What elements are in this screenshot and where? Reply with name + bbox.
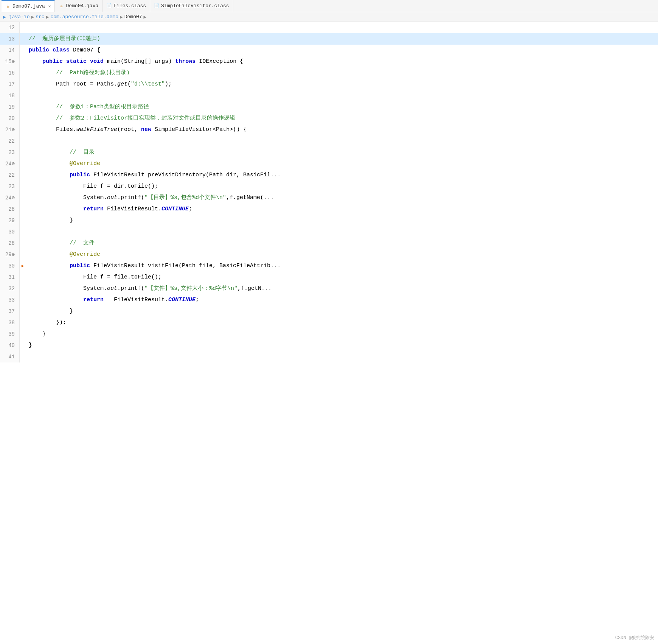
gutter-30b: ▶ (20, 260, 26, 272)
tab-demo07-close[interactable]: ✕ (48, 4, 51, 9)
code-line-30: 30 (0, 226, 658, 238)
line-num-24b: 24⊖ (0, 192, 20, 204)
line-content-38: }); (26, 317, 658, 328)
line-content-31: File f = file.toFile(); (26, 272, 658, 283)
breadcrumb-java-io[interactable]: java-io (9, 14, 30, 20)
comment-20: // 参数2：FileVisitor接口实现类，封装对文件或目录的操作逻辑 (56, 115, 235, 121)
line-num-17: 17 (0, 79, 20, 90)
line-content-14: public class Demo07 { (26, 45, 658, 56)
breadcrumb-sep-3: ▶ (120, 14, 123, 20)
line-num-30b: 30 (0, 260, 20, 272)
line-num-22b: 22 (0, 170, 20, 181)
kw-return-28: return (83, 206, 104, 212)
line-content-24b: System.out.printf("【目录】%s,包含%d个文件\n",f.g… (26, 192, 658, 204)
breadcrumb-sep-1: ▶ (31, 14, 34, 20)
line-content-23b: File f = dir.toFile(); (26, 181, 658, 192)
line-num-32: 32 (0, 283, 20, 294)
code-line-29: 29 } (0, 215, 658, 226)
kw-public-15: public (42, 58, 63, 65)
line-content-30b: public FileVisitResult visitFile(Path fi… (26, 260, 658, 272)
line-num-30: 30 (0, 226, 20, 238)
breadcrumb-demo07[interactable]: Demo07 (124, 14, 142, 20)
comment-19: // 参数1：Path类型的根目录路径 (56, 104, 149, 110)
annotation-24: @Override (70, 160, 100, 167)
tab-bar: ☕ Demo07.java ✕ ☕ Demo04.java 📄 Files.cl… (0, 0, 658, 12)
code-line-14: 14 public class Demo07 { (0, 45, 658, 56)
line-num-23: 23 (0, 147, 20, 158)
code-area[interactable]: 12 13 // 遍历多层目录(非递归) 14 public class Dem… (0, 22, 658, 644)
line-content-29: } (26, 215, 658, 226)
line-num-24: 24⊖ (0, 158, 20, 170)
kw-static-15: static (66, 58, 87, 65)
line-content-15: public static void main(String[] args) t… (26, 56, 658, 67)
breadcrumb-src[interactable]: src (36, 14, 44, 20)
line-num-20: 20 (0, 113, 20, 124)
line-content-24: @Override (26, 158, 658, 170)
class-icon-1: 📄 (106, 3, 112, 9)
code-line-20: 20 // 参数2：FileVisitor接口实现类，封装对文件或目录的操作逻辑 (0, 113, 658, 124)
line-num-12: 12 (0, 22, 20, 33)
tab-files[interactable]: 📄 Files.class (102, 0, 150, 12)
code-line-24b: 24⊖ System.out.printf("【目录】%s,包含%d个文件\n"… (0, 192, 658, 204)
line-num-38: 38 (0, 317, 20, 328)
code-line-21: 21⊖ Files.walkFileTree(root, new SimpleF… (0, 124, 658, 135)
line-num-18: 18 (0, 90, 20, 101)
method-get-17: get (117, 81, 127, 87)
line-num-28b: 28 (0, 238, 20, 249)
const-continue-33: CONTINUE (168, 297, 196, 303)
annotation-29b: @Override (70, 251, 100, 258)
code-line-31: 31 File f = file.toFile(); (0, 272, 658, 283)
code-line-22b: 22 public FileVisitResult preVisitDirect… (0, 170, 658, 181)
code-line-18: 18 (0, 90, 658, 101)
code-line-22: 22 (0, 135, 658, 147)
java-icon-2: ☕ (59, 3, 64, 9)
const-continue-28: CONTINUE (161, 206, 189, 212)
code-line-41: 41 (0, 351, 658, 362)
code-line-23: 23 // 目录 (0, 147, 658, 158)
line-content-37: } (26, 306, 658, 317)
code-line-40: 40 } (0, 340, 658, 351)
kw-return-33: return (83, 297, 104, 303)
line-num-16: 16 (0, 67, 20, 79)
line-content-21: Files.walkFileTree(root, new SimpleFileV… (26, 124, 658, 135)
line-content-23: // 目录 (26, 147, 658, 158)
line-content-28b: // 文件 (26, 238, 658, 249)
breadcrumb-sep-2: ▶ (46, 14, 49, 20)
kw-public-30b: public (70, 263, 90, 269)
line-num-15: 15⊖ (0, 56, 20, 67)
line-num-19: 19 (0, 101, 20, 113)
tab-simplefilevisitor-label: SimpleFileVisitor.class (161, 3, 229, 9)
breadcrumb-package[interactable]: com.apesource.file.demo (51, 14, 118, 20)
line-num-21: 21⊖ (0, 124, 20, 135)
line-num-39: 39 (0, 328, 20, 340)
line-content-16: // Path路径对象(根目录) (26, 67, 658, 79)
sp15d: IOException { (199, 58, 243, 65)
code-line-37: 37 } (0, 306, 658, 317)
code-line-38: 38 }); (0, 317, 658, 328)
code-line-28: 28 return FileVisitResult.CONTINUE; (0, 204, 658, 215)
method-walk-21: walkFileTree (76, 126, 117, 133)
line-num-31: 31 (0, 272, 20, 283)
java-icon: ☕ (5, 4, 11, 9)
code-line-12: 12 (0, 22, 658, 33)
tab-demo04[interactable]: ☕ Demo04.java (55, 0, 102, 12)
line-content-33: return FileVisitResult.CONTINUE; (26, 294, 658, 306)
line-num-41: 41 (0, 351, 20, 362)
tab-demo07[interactable]: ☕ Demo07.java ✕ (2, 0, 55, 12)
line-content-13: // 遍历多层目录(非递归) (26, 33, 658, 45)
code-line-33: 33 return FileVisitResult.CONTINUE; (0, 294, 658, 306)
comment-16: // Path路径对象(根目录) (56, 70, 130, 76)
tab-simplefilevisitor[interactable]: 📄 SimpleFileVisitor.class (150, 0, 233, 12)
method-out-24b: out (107, 194, 117, 201)
code-line-24: 24⊖ @Override (0, 158, 658, 170)
line-content-29b: @Override (26, 249, 658, 260)
code-line-32: 32 System.out.printf("【文件】%s,文件大小：%d字节\n… (0, 283, 658, 294)
line-num-22: 22 (0, 135, 20, 147)
code-line-39: 39 } (0, 328, 658, 340)
comment-28b: // 文件 (70, 240, 95, 246)
code-line-13: 13 // 遍历多层目录(非递归) (0, 33, 658, 45)
code-line-30b: 30 ▶ public FileVisitResult visitFile(Pa… (0, 260, 658, 272)
tab-demo04-label: Demo04.java (66, 3, 98, 9)
code-line-29b: 29⊖ @Override (0, 249, 658, 260)
line-content-19: // 参数1：Path类型的根目录路径 (26, 101, 658, 113)
